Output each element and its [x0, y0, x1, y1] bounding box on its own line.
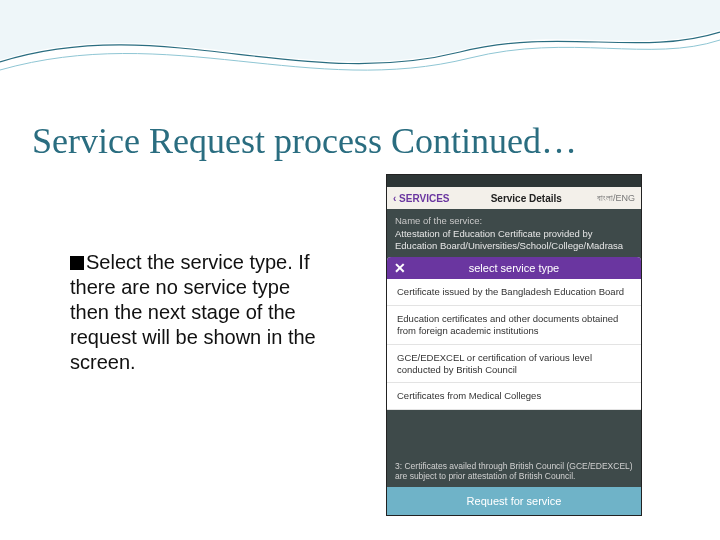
slide-title: Service Request process Continued…	[32, 120, 577, 162]
service-type-option[interactable]: Education certificates and other documen…	[387, 306, 641, 345]
back-label: SERVICES	[399, 193, 449, 204]
nav-title: Service Details	[456, 193, 597, 204]
service-type-option[interactable]: Certificate issued by the Bangladesh Edu…	[387, 279, 641, 306]
section-label: Name of the service:	[387, 209, 641, 228]
modal-gap	[387, 410, 641, 436]
request-service-button[interactable]: Request for service	[387, 487, 641, 515]
bullet-icon	[70, 256, 84, 270]
wave-decoration	[0, 0, 720, 100]
phone-footer: 3: Certificates availed through British …	[387, 455, 641, 515]
footer-note: 3: Certificates availed through British …	[387, 455, 641, 487]
phone-screenshot: ‹ SERVICES Service Details বাংলা/ENG Nam…	[386, 174, 642, 516]
close-icon[interactable]: ✕	[387, 260, 413, 276]
slide: Service Request process Continued… Selec…	[0, 0, 720, 540]
service-type-option[interactable]: GCE/EDEXCEL or certification of various …	[387, 345, 641, 384]
body-text: Select the service type. If there are no…	[70, 250, 330, 375]
status-bar	[387, 175, 641, 187]
body-paragraph: Select the service type. If there are no…	[70, 251, 316, 373]
modal-title: select service type	[413, 262, 641, 274]
service-name: Attestation of Education Certificate pro…	[387, 228, 641, 258]
nav-bar: ‹ SERVICES Service Details বাংলা/ENG	[387, 187, 641, 209]
service-type-modal: ✕ select service type Certificate issued…	[387, 257, 641, 436]
back-button[interactable]: ‹ SERVICES	[387, 193, 456, 204]
modal-header: ✕ select service type	[387, 257, 641, 279]
service-type-option[interactable]: Certificates from Medical Colleges	[387, 383, 641, 410]
language-toggle[interactable]: বাংলা/ENG	[597, 193, 641, 204]
